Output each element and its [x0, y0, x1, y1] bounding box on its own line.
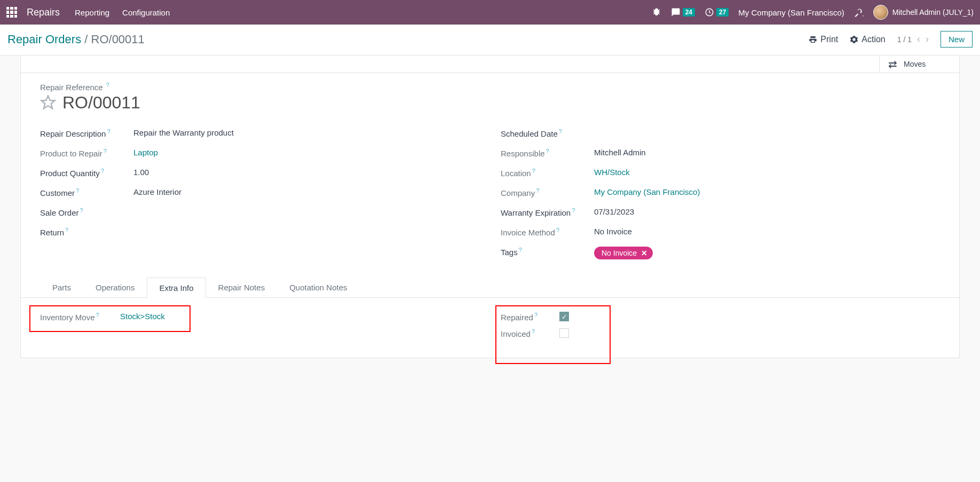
invoiced-checkbox[interactable] — [559, 328, 569, 338]
tools-icon[interactable] — [854, 7, 864, 17]
tab-operations[interactable]: Operations — [83, 277, 147, 297]
sched-label: Scheduled Date — [501, 129, 558, 138]
inv-move-value[interactable]: Stock>Stock — [120, 312, 165, 321]
tab-parts[interactable]: Parts — [40, 277, 83, 297]
desc-label: Repair Description — [40, 129, 106, 138]
tab-repair-notes[interactable]: Repair Notes — [206, 277, 278, 297]
help-icon[interactable]: ? — [101, 168, 104, 174]
help-icon[interactable]: ? — [534, 312, 538, 318]
help-icon[interactable]: ? — [556, 227, 559, 233]
help-icon[interactable]: ? — [559, 128, 562, 135]
svg-marker-1 — [42, 96, 55, 109]
help-icon[interactable]: ? — [96, 312, 99, 318]
help-icon[interactable]: ? — [532, 168, 535, 174]
help-icon[interactable]: ? — [536, 187, 539, 194]
activities-icon[interactable]: 27 — [705, 7, 729, 17]
tag-remove-icon[interactable]: ✕ — [641, 249, 647, 257]
qty-label: Product Quantity — [40, 169, 100, 178]
nav-links: Reporting Configuration — [75, 8, 170, 17]
customer-value: Azure Interior — [133, 187, 181, 196]
gear-icon — [850, 35, 858, 44]
help-icon[interactable]: ? — [546, 148, 549, 154]
inv-value: No Invoice — [594, 227, 632, 236]
product-label: Product to Repair — [40, 149, 102, 158]
user-menu[interactable]: Mitchell Admin (JULY_1) — [873, 5, 974, 20]
tags-label: Tags — [501, 248, 518, 257]
priority-star[interactable] — [40, 94, 56, 110]
fields-right: Scheduled Date? Responsible? Mitchell Ad… — [501, 123, 940, 264]
tab-content-extra: Inventory Move? Stock>Stock Repaired? ✓ … — [21, 298, 959, 342]
warr-label: Warranty Expiration — [501, 208, 571, 217]
fields-left: Repair Description? Repair the Warranty … — [40, 123, 479, 264]
help-icon[interactable]: ? — [104, 148, 107, 154]
pager: 1 / 1 ‹ › — [897, 34, 929, 45]
transfer-icon: ⇄ — [888, 58, 897, 70]
comp-value[interactable]: My Company (San Francisco) — [594, 187, 700, 196]
help-icon[interactable]: ? — [76, 187, 79, 194]
company-selector[interactable]: My Company (San Francisco) — [738, 8, 844, 17]
resp-label: Responsible — [501, 149, 545, 158]
warr-value: 07/31/2023 — [594, 207, 634, 216]
print-button[interactable]: Print — [809, 35, 838, 44]
invoiced-label: Invoiced — [501, 329, 531, 338]
loc-label: Location — [501, 169, 531, 178]
nav-configuration[interactable]: Configuration — [122, 8, 170, 17]
repaired-checkbox[interactable]: ✓ — [559, 312, 569, 321]
resp-value: Mitchell Admin — [594, 148, 646, 157]
messages-icon[interactable]: 24 — [671, 7, 695, 17]
help-icon[interactable]: ? — [572, 207, 575, 214]
pager-next[interactable]: › — [926, 34, 929, 45]
tag-pill[interactable]: No Invoice ✕ — [594, 247, 653, 259]
inv-move-label: Inventory Move — [40, 313, 95, 322]
breadcrumb-current: RO/00011 — [91, 33, 145, 46]
messages-count: 24 — [683, 8, 695, 17]
help-icon[interactable]: ? — [532, 328, 535, 335]
form-sheet: ⇄ Moves Repair Reference ? RO/00011 Repa… — [20, 56, 960, 358]
ref-label: Repair Reference — [40, 83, 103, 92]
comp-label: Company — [501, 188, 535, 197]
qty-value: 1.00 — [133, 168, 149, 177]
apps-icon[interactable] — [6, 7, 17, 18]
user-name: Mitchell Admin (JULY_1) — [892, 8, 974, 17]
loc-value[interactable]: WH/Stock — [594, 168, 630, 177]
pager-text: 1 / 1 — [897, 35, 912, 44]
help-icon[interactable]: ? — [519, 247, 522, 253]
return-label: Return — [40, 228, 64, 237]
inv-label: Invoice Method — [501, 228, 555, 237]
activities-count: 27 — [716, 8, 729, 17]
nav-reporting[interactable]: Reporting — [75, 8, 109, 17]
product-value[interactable]: Laptop — [133, 148, 158, 157]
smart-button-moves[interactable]: ⇄ Moves — [879, 56, 959, 73]
breadcrumb: Repair Orders / RO/00011 — [7, 33, 145, 46]
breadcrumb-root[interactable]: Repair Orders — [7, 33, 81, 46]
tabs: Parts Operations Extra Info Repair Notes… — [21, 277, 959, 298]
avatar — [873, 5, 888, 20]
action-button[interactable]: Action — [850, 35, 885, 44]
record-title: RO/00011 — [62, 93, 140, 113]
tab-quotation-notes[interactable]: Quotation Notes — [277, 277, 359, 297]
customer-label: Customer — [40, 188, 75, 197]
help-icon[interactable]: ? — [80, 207, 83, 214]
tab-extra-info[interactable]: Extra Info — [147, 278, 206, 298]
new-button[interactable]: New — [941, 31, 973, 48]
top-navbar: Repairs Reporting Configuration 24 27 My… — [0, 0, 980, 25]
app-brand[interactable]: Repairs — [27, 7, 60, 18]
print-icon — [809, 35, 817, 44]
bug-icon[interactable] — [652, 7, 661, 17]
help-icon[interactable]: ? — [107, 128, 110, 135]
form-scroll[interactable]: ⇄ Moves Repair Reference ? RO/00011 Repa… — [0, 56, 980, 480]
help-icon[interactable]: ? — [106, 82, 109, 88]
action-bar: Repair Orders / RO/00011 Print Action 1 … — [0, 25, 980, 56]
help-icon[interactable]: ? — [65, 227, 68, 233]
repaired-label: Repaired — [501, 313, 533, 322]
sale-label: Sale Order — [40, 208, 79, 217]
desc-value: Repair the Warranty product — [133, 128, 234, 137]
pager-prev[interactable]: ‹ — [917, 34, 920, 45]
